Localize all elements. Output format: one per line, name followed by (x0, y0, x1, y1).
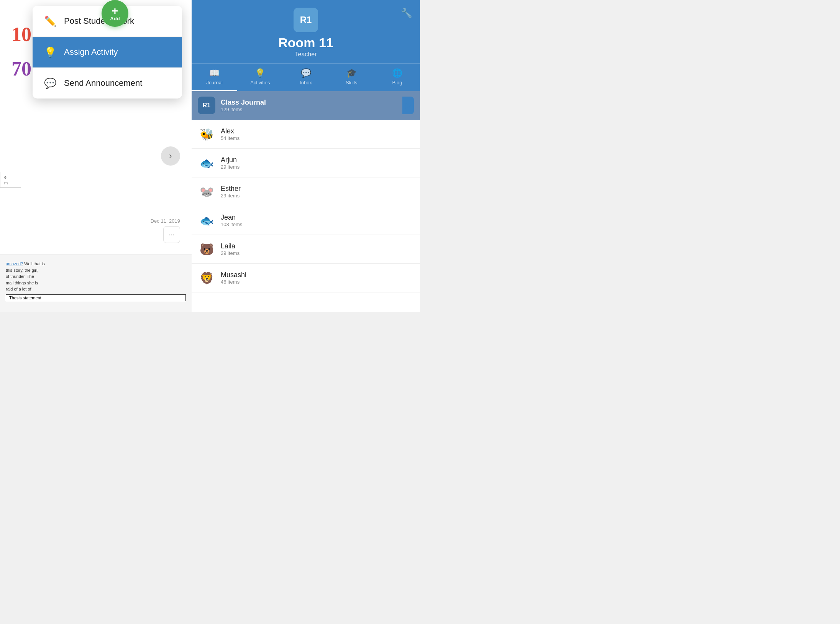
student-avatar-arjun: 🐟 (198, 154, 215, 172)
student-name-jean: Jean (221, 213, 414, 222)
class-journal-name: Class Journal (221, 99, 402, 107)
skills-icon: 🎓 (346, 68, 357, 78)
menu-item-send-announcement[interactable]: 💬 Send Announcement (33, 68, 182, 99)
student-avatar-laila: 🐻 (198, 240, 215, 258)
right-panel: 🔧 R1 Room 11 Teacher 📖 Journal 💡 Activit… (192, 0, 420, 312)
more-button[interactable]: ··· (163, 226, 180, 243)
student-count-musashi: 46 items (221, 279, 414, 285)
student-row-musashi[interactable]: 🦁 Musashi 46 items (192, 264, 420, 292)
thesis-badge: Thesis statement (6, 294, 186, 301)
student-row-jean[interactable]: 🐟 Jean 108 items (192, 206, 420, 235)
tab-blog[interactable]: 🌐 Blog (374, 64, 420, 91)
lightbulb-icon: 💡 (43, 45, 57, 59)
activities-icon: 💡 (255, 68, 265, 78)
student-count-esther: 29 items (221, 193, 414, 199)
student-count-jean: 108 items (221, 222, 414, 227)
class-journal-avatar: R1 (198, 97, 215, 114)
class-journal-info: Class Journal 129 items (221, 99, 402, 112)
inbox-tab-label: Inbox (300, 80, 312, 85)
student-row-esther[interactable]: 🐭 Esther 29 items (192, 177, 420, 206)
class-journal-chevron-icon: ▶ (402, 97, 414, 114)
skills-tab-label: Skills (346, 80, 357, 85)
bottom-card: amazed? Well that is this story, the gir… (0, 255, 192, 312)
student-name-musashi: Musashi (221, 271, 414, 279)
bottom-text: amazed? Well that is this story, the gir… (6, 261, 186, 292)
send-announcement-label: Send Announcement (64, 78, 142, 88)
text-box: em (0, 172, 21, 188)
tab-bar: 📖 Journal 💡 Activities 💬 Inbox 🎓 Skills … (192, 63, 420, 91)
class-journal-row[interactable]: R1 Class Journal 129 items ▶ (192, 91, 420, 120)
student-count-arjun: 29 items (221, 164, 414, 170)
date-label: Dec 11, 2019 (151, 218, 180, 224)
tab-skills[interactable]: 🎓 Skills (329, 64, 374, 91)
room-avatar: R1 (294, 8, 318, 32)
student-name-alex: Alex (221, 127, 414, 135)
tab-inbox[interactable]: 💬 Inbox (283, 64, 328, 91)
blog-icon: 🌐 (392, 68, 402, 78)
student-count-alex: 54 items (221, 135, 414, 141)
plus-icon: + (112, 6, 118, 16)
add-label: Add (110, 16, 120, 21)
student-info-musashi: Musashi 46 items (221, 271, 414, 285)
student-avatar-jean: 🐟 (198, 212, 215, 229)
student-info-alex: Alex 54 items (221, 127, 414, 141)
student-row-alex[interactable]: 🐝 Alex 54 items (192, 120, 420, 149)
room-header: 🔧 R1 Room 11 Teacher (192, 0, 420, 63)
settings-icon[interactable]: 🔧 (401, 8, 412, 18)
student-avatar-musashi: 🦁 (198, 269, 215, 287)
student-count-laila: 29 items (221, 250, 414, 256)
journal-tab-label: Journal (206, 80, 223, 85)
student-avatar-esther: 🐭 (198, 183, 215, 200)
activities-tab-label: Activities (250, 80, 270, 85)
room-title: Room 11 (278, 35, 333, 50)
menu-item-assign-activity[interactable]: 💡 Assign Activity (33, 37, 182, 68)
blog-tab-label: Blog (392, 80, 402, 85)
assign-activity-label: Assign Activity (64, 47, 118, 57)
chat-icon: 💬 (43, 76, 57, 90)
student-info-laila: Laila 29 items (221, 242, 414, 256)
add-button[interactable]: + Add (102, 0, 128, 27)
student-name-arjun: Arjun (221, 156, 414, 164)
journal-list: R1 Class Journal 129 items ▶ 🐝 Alex 54 i… (192, 91, 420, 312)
tab-activities[interactable]: 💡 Activities (237, 64, 283, 91)
next-arrow[interactable]: › (161, 146, 180, 166)
class-journal-count: 129 items (221, 107, 402, 112)
pencil-icon: ✏️ (43, 14, 57, 28)
inbox-icon: 💬 (301, 68, 311, 78)
room-subtitle: Teacher (295, 51, 317, 58)
student-row-laila[interactable]: 🐻 Laila 29 items (192, 235, 420, 264)
student-avatar-alex: 🐝 (198, 125, 215, 143)
student-info-esther: Esther 29 items (221, 185, 414, 199)
student-info-arjun: Arjun 29 items (221, 156, 414, 170)
student-info-jean: Jean 108 items (221, 213, 414, 227)
student-name-laila: Laila (221, 242, 414, 250)
student-name-esther: Esther (221, 185, 414, 193)
tab-journal[interactable]: 📖 Journal (192, 64, 237, 91)
student-row-arjun[interactable]: 🐟 Arjun 29 items (192, 149, 420, 177)
journal-icon: 📖 (209, 68, 220, 78)
